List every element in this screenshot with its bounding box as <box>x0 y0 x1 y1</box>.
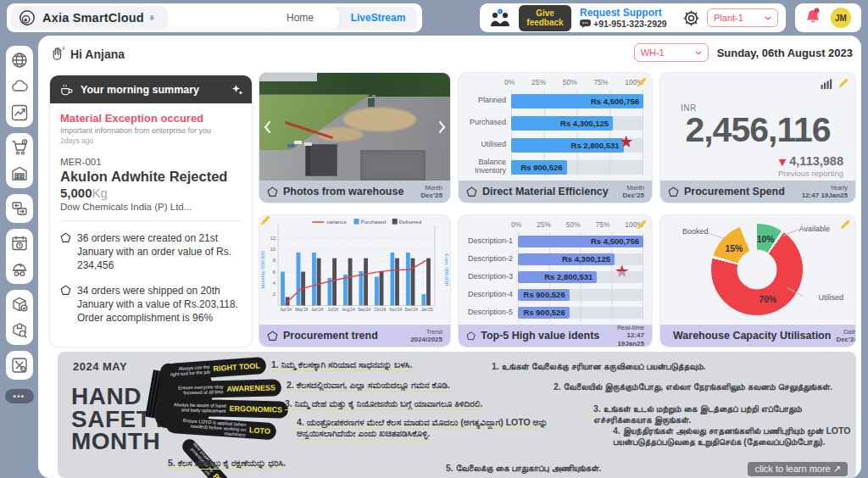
bar-fill: Rs 2,800,531 <box>518 271 597 283</box>
edit-pencil-icon[interactable] <box>636 77 647 88</box>
bar-category-label: Purchased <box>464 119 511 127</box>
warehouse-photo <box>259 73 450 181</box>
stock-transfer-icon[interactable] <box>10 199 29 218</box>
bar-category-label: Balance Inventory <box>464 158 511 175</box>
bar-category-label: Planned <box>464 97 511 105</box>
top5-chart-body: 0%25%50%75%100%Description-1Rs 4,500,756… <box>459 215 652 325</box>
sparkle-icon <box>231 84 243 96</box>
bar-track: Rs 4,300,125 <box>511 116 643 131</box>
photo-dirt-patch <box>343 108 416 131</box>
safety-gear-icon[interactable] <box>10 260 29 279</box>
learn-more-link[interactable]: click to learn more ↗ <box>748 462 848 476</box>
sidebar-more-button[interactable]: ••• <box>5 389 34 403</box>
banner-title-line: MONTH <box>71 431 167 453</box>
bar-category-label: Description-4 <box>464 291 518 299</box>
topbar-support-card: Give feedback Request Support +91-951-32… <box>480 3 693 32</box>
tamil-safety-item: 4. இயந்திரங்கள் அல்லது சாதனங்களில் பணிபு… <box>613 425 852 447</box>
record-quantity: 5,000Kg <box>60 186 242 200</box>
svg-text:Sep'24: Sep'24 <box>358 308 370 312</box>
bar-track: Rs 4,500,756 <box>511 94 643 108</box>
shipment-check-icon[interactable] <box>10 295 29 314</box>
capacity-card-footer: Warehouse Capacity Utilisation DailyDec'… <box>660 325 855 347</box>
photos-card-period: MonthDec'25 <box>421 184 442 200</box>
svg-text:May'24: May'24 <box>295 308 309 312</box>
topbar-settings-card: Plant-1 <box>676 3 786 32</box>
pentagon-icon <box>466 186 477 197</box>
glove-finger: Always be aware of hand and body oplacem… <box>170 398 288 419</box>
morning-summary-header: Your morning summary <box>50 75 252 103</box>
sidebar-group-transfer <box>6 194 33 223</box>
brand-registered-mark: ® <box>150 15 154 21</box>
record-headline[interactable]: Akulon Adwhite Rejected <box>60 169 242 185</box>
tab-home[interactable]: Home <box>261 7 339 30</box>
morning-summary-title: Your morning summary <box>81 84 225 96</box>
tamil-safety-item: 3. உங்கள் உடல் மற்றும் கை இடத்தைப் பற்றி… <box>593 403 848 425</box>
warehouse-selector[interactable]: WH-1 <box>634 43 709 62</box>
trend-chart-body: 24681012Apr'24May'24Jun'24Jul'24Aug'24Se… <box>259 215 450 325</box>
pentagon-icon <box>267 186 278 197</box>
spend-card-period: Yearly12:47 19Jan25 <box>802 184 848 200</box>
edit-pencil-icon[interactable] <box>837 78 849 89</box>
brand-name: Axia SmartCloud <box>42 11 144 25</box>
give-feedback-button[interactable]: Give feedback <box>519 5 571 31</box>
maintenance-tools-icon[interactable] <box>10 356 29 375</box>
edit-pencil-icon[interactable] <box>259 215 270 226</box>
dashboard-root: Axia SmartCloud ® Home LiveStream Give f… <box>0 0 868 478</box>
bar-row: Balance InventoryRs 900,526 <box>464 156 643 178</box>
axia-logo-icon <box>18 8 36 27</box>
sidebar-group-inventory <box>6 290 33 345</box>
current-date: Sunday, 06th August 2023 <box>717 47 853 59</box>
svg-text:Cum. 000,000: Cum. 000,000 <box>444 253 449 286</box>
notifications-bell-icon[interactable] <box>805 8 821 28</box>
user-avatar[interactable]: JM <box>831 8 851 28</box>
top5-card-title: Top-5 High value idents <box>481 330 599 342</box>
spend-card-body: INR 2,456,116 ▼ 4,113,988 Previous repor… <box>660 73 855 181</box>
chevron-down-icon <box>695 51 702 55</box>
carousel-next-arrow[interactable] <box>438 120 447 134</box>
plant-selector[interactable]: Plant-1 <box>707 8 778 27</box>
greeting: Hi Anjana <box>51 47 125 61</box>
bar-row: Description-2Rs 4,300,125★ <box>464 250 643 268</box>
bar-track: Rs 900,526 <box>518 307 643 319</box>
alert-age: 2days ago <box>60 136 242 145</box>
procurement-spend-card: INR 2,456,116 ▼ 4,113,988 Previous repor… <box>659 72 856 203</box>
bar-track: Rs 4,300,125★ <box>518 253 643 265</box>
x-axis-tick: 0% <box>504 78 515 90</box>
kannada-safety-item: 1. ನಿಮ್ಮ ಕೆಲಸಕ್ಕಾಗಿ ಸರಿಯಾದ ಸಾಧನವನ್ನು ಬಳಸ… <box>271 359 498 370</box>
pentagon-icon <box>668 186 679 197</box>
kannada-safety-item: 2. ಕೆಲಸದಲ್ಲಿರುವಾಗ, ಎಲ್ಲಾ ಸಮಯದಲ್ಲೂ ಗಮನ ಕೊ… <box>287 380 531 391</box>
glove-finger: Ensure LOTO is applied (when needed) bef… <box>165 415 276 440</box>
edit-pencil-icon[interactable] <box>636 220 647 231</box>
cloud-icon[interactable] <box>10 77 29 96</box>
hand-safety-banner[interactable]: 2024 MAY HANDSAFETYMONTH Always use the … <box>58 352 856 478</box>
warehouse-icon[interactable] <box>10 164 29 183</box>
donut-label-available: Available <box>799 225 830 233</box>
top5-card-period: Real-time12:47 19Jan25 <box>604 324 644 347</box>
warehouse-photos-card: Photos from warehouse MonthDec'25 <box>259 72 451 203</box>
mini-bar-chart-icon[interactable] <box>821 79 832 89</box>
bar-fill: Rs 4,300,125 <box>511 116 613 131</box>
main-panel: Hi Anjana WH-1 Sunday, 06th August 2023 … <box>38 36 861 478</box>
procurement-cart-icon[interactable] <box>10 138 29 157</box>
support-phone[interactable]: +91-951-323-2929 <box>580 19 667 30</box>
thumb-tip-label: PPE <box>212 472 228 478</box>
spend-value: 2,456,116 <box>660 110 855 150</box>
trend-card-footer: Procurement trend Trend2024/2025 <box>259 325 450 347</box>
svg-text:8: 8 <box>273 258 276 263</box>
tab-livestream[interactable]: LiveStream <box>339 7 417 30</box>
bar-fill: Rs 4,500,756 <box>518 236 643 247</box>
globe-icon[interactable] <box>10 51 29 69</box>
x-axis-tick: 25% <box>537 220 551 232</box>
spend-delta-caption: Previous reporting <box>778 169 843 178</box>
pentagon-icon <box>466 331 476 342</box>
schedule-calendar-icon[interactable] <box>10 234 29 253</box>
gear-icon[interactable] <box>682 9 700 27</box>
photo-trucks <box>294 141 302 144</box>
carousel-prev-arrow[interactable] <box>263 120 271 134</box>
bar-fill: Rs 900,526 <box>518 289 570 301</box>
request-support-link[interactable]: Request Support <box>580 7 662 19</box>
item-inspection-icon[interactable] <box>10 321 29 340</box>
analytics-icon[interactable] <box>10 103 29 122</box>
edit-pencil-icon[interactable] <box>839 220 850 231</box>
svg-text:2: 2 <box>273 292 276 297</box>
